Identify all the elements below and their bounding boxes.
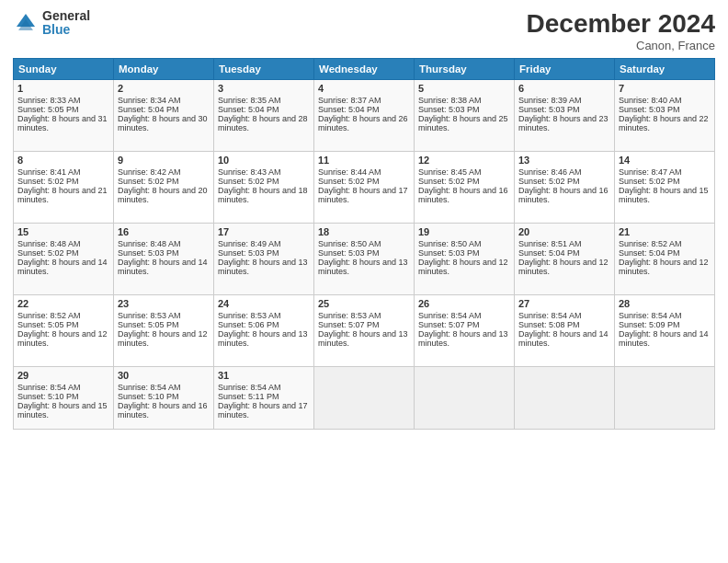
calendar-week-5: 29Sunrise: 8:54 AMSunset: 5:10 PMDayligh…	[14, 367, 715, 430]
sunset-text: Sunset: 5:02 PM	[17, 248, 109, 258]
logo-blue: Blue	[42, 23, 90, 37]
calendar-week-3: 15Sunrise: 8:48 AMSunset: 5:02 PMDayligh…	[14, 224, 715, 295]
sunrise-text: Sunrise: 8:49 AM	[218, 239, 310, 248]
calendar-cell: 31Sunrise: 8:54 AMSunset: 5:11 PMDayligh…	[214, 367, 314, 430]
sunset-text: Sunset: 5:03 PM	[418, 105, 510, 114]
daylight-text: Daylight: 8 hours and 21 minutes.	[17, 186, 109, 204]
daylight-text: Daylight: 8 hours and 12 minutes.	[118, 329, 210, 348]
sunset-text: Sunset: 5:03 PM	[218, 248, 310, 258]
sunrise-text: Sunrise: 8:43 AM	[218, 167, 310, 177]
day-number: 12	[418, 155, 510, 166]
calendar-cell: 14Sunrise: 8:47 AMSunset: 5:02 PMDayligh…	[615, 152, 715, 224]
daylight-text: Daylight: 8 hours and 13 minutes.	[418, 329, 510, 348]
day-number: 22	[17, 298, 109, 309]
day-number: 1	[17, 83, 109, 94]
day-number: 17	[218, 226, 310, 237]
sunrise-text: Sunrise: 8:52 AM	[619, 239, 711, 248]
daylight-text: Daylight: 8 hours and 13 minutes.	[318, 329, 410, 348]
sunset-text: Sunset: 5:10 PM	[118, 392, 210, 401]
sunset-text: Sunset: 5:02 PM	[218, 177, 310, 186]
sunrise-text: Sunrise: 8:44 AM	[318, 167, 410, 177]
day-number: 19	[418, 226, 510, 237]
day-number: 8	[17, 155, 109, 166]
sunset-text: Sunset: 5:07 PM	[418, 320, 510, 329]
sunset-text: Sunset: 5:04 PM	[218, 105, 310, 114]
day-number: 11	[318, 155, 410, 166]
sunset-text: Sunset: 5:02 PM	[619, 177, 711, 186]
calendar-cell: 12Sunrise: 8:45 AMSunset: 5:02 PMDayligh…	[415, 152, 515, 224]
sunrise-text: Sunrise: 8:54 AM	[418, 311, 510, 320]
title-block: December 2024 Canon, France	[527, 9, 715, 52]
day-number: 18	[318, 226, 410, 237]
day-number: 31	[218, 370, 310, 381]
calendar-cell: 17Sunrise: 8:49 AMSunset: 5:03 PMDayligh…	[214, 224, 314, 295]
col-wednesday: Wednesday	[314, 59, 415, 80]
calendar-cell: 1Sunrise: 8:33 AMSunset: 5:05 PMDaylight…	[14, 80, 114, 152]
daylight-text: Daylight: 8 hours and 12 minutes.	[518, 258, 610, 276]
col-friday: Friday	[515, 59, 615, 80]
col-thursday: Thursday	[415, 59, 515, 80]
daylight-text: Daylight: 8 hours and 20 minutes.	[118, 186, 210, 204]
calendar-cell: 29Sunrise: 8:54 AMSunset: 5:10 PMDayligh…	[14, 367, 114, 430]
sunset-text: Sunset: 5:04 PM	[518, 248, 610, 258]
calendar-cell: 18Sunrise: 8:50 AMSunset: 5:03 PMDayligh…	[314, 224, 415, 295]
sunrise-text: Sunrise: 8:50 AM	[318, 239, 410, 248]
calendar-cell: 2Sunrise: 8:34 AMSunset: 5:04 PMDaylight…	[114, 80, 214, 152]
daylight-text: Daylight: 8 hours and 18 minutes.	[218, 186, 310, 204]
calendar-cell: 22Sunrise: 8:52 AMSunset: 5:05 PMDayligh…	[14, 295, 114, 367]
day-number: 10	[218, 155, 310, 166]
daylight-text: Daylight: 8 hours and 12 minutes.	[619, 258, 711, 276]
sunset-text: Sunset: 5:03 PM	[318, 248, 410, 258]
sunset-text: Sunset: 5:03 PM	[518, 105, 610, 114]
sunrise-text: Sunrise: 8:37 AM	[318, 96, 410, 105]
day-number: 20	[518, 226, 610, 237]
sunrise-text: Sunrise: 8:53 AM	[218, 311, 310, 320]
sunrise-text: Sunrise: 8:54 AM	[118, 383, 210, 392]
day-number: 6	[518, 83, 610, 94]
calendar-cell: 24Sunrise: 8:53 AMSunset: 5:06 PMDayligh…	[214, 295, 314, 367]
sunset-text: Sunset: 5:02 PM	[318, 177, 410, 186]
day-number: 26	[418, 298, 510, 309]
day-number: 23	[118, 298, 210, 309]
sunrise-text: Sunrise: 8:54 AM	[619, 311, 711, 320]
daylight-text: Daylight: 8 hours and 25 minutes.	[418, 114, 510, 132]
sunrise-text: Sunrise: 8:48 AM	[17, 239, 109, 248]
day-number: 21	[619, 226, 711, 237]
daylight-text: Daylight: 8 hours and 31 minutes.	[17, 114, 109, 132]
month-title: December 2024	[527, 9, 715, 39]
day-number: 24	[218, 298, 310, 309]
col-sunday: Sunday	[14, 59, 114, 80]
sunrise-text: Sunrise: 8:39 AM	[518, 96, 610, 105]
calendar-header-row: Sunday Monday Tuesday Wednesday Thursday…	[14, 59, 715, 80]
calendar-cell: 7Sunrise: 8:40 AMSunset: 5:03 PMDaylight…	[615, 80, 715, 152]
sunset-text: Sunset: 5:11 PM	[218, 392, 310, 401]
sunrise-text: Sunrise: 8:34 AM	[118, 96, 210, 105]
daylight-text: Daylight: 8 hours and 28 minutes.	[218, 114, 310, 132]
sunset-text: Sunset: 5:04 PM	[118, 105, 210, 114]
calendar-cell: 20Sunrise: 8:51 AMSunset: 5:04 PMDayligh…	[515, 224, 615, 295]
logo-general: General	[42, 9, 90, 23]
daylight-text: Daylight: 8 hours and 14 minutes.	[619, 329, 711, 348]
col-tuesday: Tuesday	[214, 59, 314, 80]
calendar-cell: 3Sunrise: 8:35 AMSunset: 5:04 PMDaylight…	[214, 80, 314, 152]
calendar-cell: 30Sunrise: 8:54 AMSunset: 5:10 PMDayligh…	[114, 367, 214, 430]
calendar-cell: 6Sunrise: 8:39 AMSunset: 5:03 PMDaylight…	[515, 80, 615, 152]
calendar-week-2: 8Sunrise: 8:41 AMSunset: 5:02 PMDaylight…	[14, 152, 715, 224]
daylight-text: Daylight: 8 hours and 16 minutes.	[418, 186, 510, 204]
sunset-text: Sunset: 5:05 PM	[17, 320, 109, 329]
sunset-text: Sunset: 5:03 PM	[418, 248, 510, 258]
calendar-cell	[515, 367, 615, 430]
col-saturday: Saturday	[615, 59, 715, 80]
calendar-week-1: 1Sunrise: 8:33 AMSunset: 5:05 PMDaylight…	[14, 80, 715, 152]
location: Canon, France	[527, 39, 715, 52]
daylight-text: Daylight: 8 hours and 15 minutes.	[17, 401, 109, 419]
sunrise-text: Sunrise: 8:38 AM	[418, 96, 510, 105]
calendar-cell: 25Sunrise: 8:53 AMSunset: 5:07 PMDayligh…	[314, 295, 415, 367]
day-number: 27	[518, 298, 610, 309]
sunset-text: Sunset: 5:04 PM	[318, 105, 410, 114]
sunrise-text: Sunrise: 8:54 AM	[17, 383, 109, 392]
calendar-cell	[314, 367, 415, 430]
logo-text: General Blue	[42, 9, 90, 38]
sunrise-text: Sunrise: 8:53 AM	[118, 311, 210, 320]
day-number: 16	[118, 226, 210, 237]
